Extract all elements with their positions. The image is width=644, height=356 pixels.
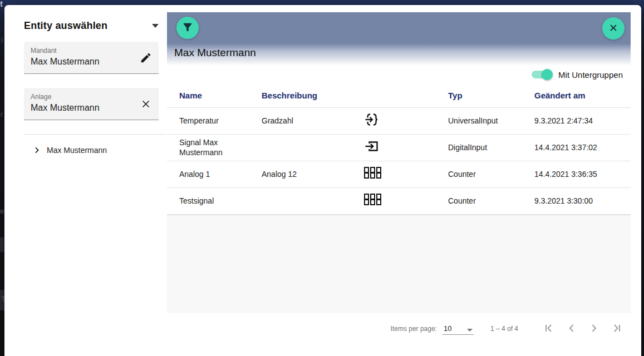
signals-panel: Max Mustermann Mit Untergruppen Name Bes… xyxy=(167,12,631,356)
cell-name: Testsignal xyxy=(179,196,262,206)
cell-description: Gradzahl xyxy=(262,116,359,126)
chevron-right-icon[interactable] xyxy=(32,146,41,155)
paginator-range-label: 1 – 4 of 4 xyxy=(490,325,518,333)
previous-page-button[interactable] xyxy=(561,318,583,340)
backdrop-text-fragment: r xyxy=(1,110,3,118)
items-per-page-label: Items per page: xyxy=(391,325,437,333)
cell-typ: Counter xyxy=(448,196,534,206)
edit-mandant-button[interactable] xyxy=(139,51,153,66)
mandant-field-value: Max Mustermann xyxy=(31,57,134,67)
paginator: Items per page: 10 1 – 4 of 4 xyxy=(167,313,631,344)
entity-sidebar: Entity auswählen Mandant Max Mustermann … xyxy=(24,18,163,157)
cell-description: Analog 12 xyxy=(262,170,359,180)
close-button[interactable] xyxy=(602,17,625,39)
mandant-field[interactable]: Mandant Max Mustermann xyxy=(24,42,159,74)
empty-table-area xyxy=(167,215,631,313)
cell-changed: 9.3.2021 2:47:34 xyxy=(534,116,618,126)
previous-page-icon xyxy=(565,322,578,337)
last-page-button[interactable] xyxy=(605,318,627,340)
backdrop-shape xyxy=(0,238,4,252)
input-box-icon xyxy=(359,138,448,157)
backdrop-shape xyxy=(0,290,4,310)
cell-changed: 9.3.2021 3:30:00 xyxy=(534,196,618,206)
anlage-field-label: Anlage xyxy=(31,93,134,101)
sidebar-title: Entity auswählen xyxy=(24,20,107,32)
first-page-icon xyxy=(543,322,556,337)
counter-888-icon xyxy=(359,166,448,182)
column-header-beschreibung: Beschreibung xyxy=(262,91,359,100)
funnel-icon xyxy=(181,21,194,35)
caret-down-icon xyxy=(467,329,473,332)
cell-name: Analog 1 xyxy=(179,170,262,180)
cell-changed: 14.4.2021 3:37:02 xyxy=(534,143,618,153)
tree-item-label: Max Mustermann xyxy=(47,146,107,155)
tree-item-max-mustermann[interactable]: Max Mustermann xyxy=(24,144,163,157)
column-header-name: Name xyxy=(179,91,262,100)
panel-header-bar xyxy=(167,12,631,43)
sidebar-divider xyxy=(24,134,166,135)
table-row-testsignal[interactable]: Testsignal Counter 9.3.2021 3:30:00 xyxy=(167,188,631,215)
edit-pencil-icon xyxy=(140,57,152,66)
table-row-signal-max-mustermann[interactable]: Signal Max Mustermann DigitalInput 14.4.… xyxy=(167,135,631,161)
untergruppen-toggle-label: Mit Untergruppen xyxy=(558,70,623,80)
table-row-analog-1[interactable]: Analog 1 Analog 12 Counter 14.4.2021 3:3… xyxy=(167,161,631,188)
cell-typ: Counter xyxy=(448,170,534,180)
cell-changed: 14.4.2021 3:36:35 xyxy=(534,170,618,180)
clear-x-icon xyxy=(140,103,152,112)
anlage-field[interactable]: Anlage Max Mustermann xyxy=(24,88,159,120)
toggle-thumb xyxy=(542,69,553,80)
backdrop-text-fragment: i xyxy=(1,36,3,44)
dimmed-backdrop: t i r el T Entity auswählen Mandant Max … xyxy=(0,0,644,356)
column-header-geaendert-am: Geändert am xyxy=(534,91,618,100)
first-page-button[interactable] xyxy=(538,318,561,340)
last-page-icon xyxy=(609,322,623,337)
items-per-page-value: 10 xyxy=(444,324,451,333)
next-page-button[interactable] xyxy=(583,318,605,340)
column-header-typ: Typ xyxy=(448,91,534,100)
untergruppen-toggle[interactable] xyxy=(532,69,552,80)
cell-typ: UniversalInput xyxy=(448,116,534,126)
caret-down-icon[interactable] xyxy=(152,24,159,28)
backdrop-text-fragment: t xyxy=(0,0,3,8)
anlage-field-value: Max Mustermann xyxy=(31,103,134,113)
table-row-temperatur[interactable]: Temperatur Gradzahl UniversalInput 9.3.2… xyxy=(167,108,631,135)
controls-row: Mit Untergruppen xyxy=(167,66,631,83)
counter-888-icon xyxy=(359,193,448,209)
panel-title: Max Mustermann xyxy=(174,47,256,59)
mandant-field-label: Mandant xyxy=(31,47,134,55)
cell-name: Temperatur xyxy=(179,116,262,126)
next-page-icon xyxy=(587,322,601,337)
clear-anlage-button[interactable] xyxy=(139,97,153,112)
table-header-row: Name Beschreibung Typ Geändert am xyxy=(167,83,631,108)
items-per-page-select[interactable]: 10 xyxy=(443,323,474,335)
filter-button[interactable] xyxy=(176,17,199,39)
input-braces-icon xyxy=(359,111,448,131)
x-icon xyxy=(608,22,619,35)
cell-typ: DigitalInput xyxy=(448,143,534,153)
cell-name: Signal Max Mustermann xyxy=(179,138,262,157)
entity-select-dialog: Entity auswählen Mandant Max Mustermann … xyxy=(4,5,641,356)
